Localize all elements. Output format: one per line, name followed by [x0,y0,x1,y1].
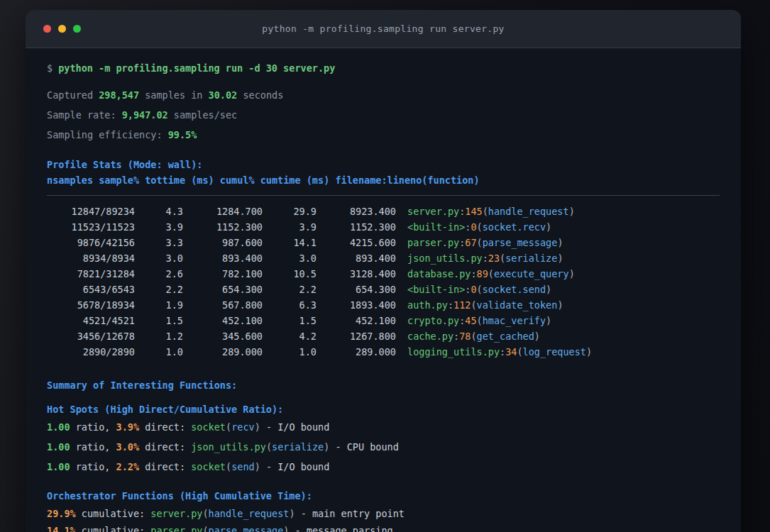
table-row: 7821/312842.6782.10010.53128.400database… [47,266,720,282]
location-cell: server.py:145(handle_request) [407,204,575,219]
maximize-button[interactable] [73,25,81,33]
location-cell: <built-in>:0(socket.recv) [407,219,551,235]
location-cell: parser.py:67(parse_message) [407,235,563,250]
cumul-pct-cell: 3.9 [263,219,317,235]
sample-pct-cell: 1.2 [135,328,183,344]
cumul-pct-cell: 4.2 [263,328,317,344]
cumul-pct-cell: 6.3 [263,297,317,313]
location-cell: logging_utils.py:34(log_request) [407,344,592,360]
table-row: 12847/892344.31284.70029.98923.400server… [47,204,720,219]
cumul-pct-cell: 1.0 [263,344,317,360]
cumtime-cell: 654.300 [317,282,396,297]
profile-table: 12847/892344.31284.70029.98923.400server… [47,204,720,360]
command-text: python -m profiling.sampling run -d 30 s… [58,62,335,74]
tottime-cell: 782.100 [183,266,263,282]
table-row: 6543/65432.2654.3002.2654.300<built-in>:… [47,282,720,297]
title-bar: python -m profiling.sampling run server.… [26,10,741,48]
tottime-cell: 893.400 [183,250,263,266]
nsamples-cell: 2890/2890 [47,344,135,360]
captured-line: Captured 298,547 samples in 30.02 second… [47,88,720,102]
cumul-pct-cell: 14.1 [263,235,317,250]
tottime-cell: 654.300 [183,282,263,297]
sample-pct-cell: 1.0 [135,344,183,360]
cumul-pct-cell: 29.9 [263,204,317,219]
nsamples-cell: 5678/18934 [47,297,135,313]
sample-rate-line: Sample rate: 9,947.02 samples/sec [47,108,720,122]
hotspot-item: 1.00 ratio, 3.9% direct: socket(recv) - … [47,420,720,434]
tottime-cell: 567.800 [183,297,263,313]
hotspots-heading: Hot Spots (High Direct/Cumulative Ratio)… [47,402,720,416]
tottime-cell: 289.000 [183,344,263,360]
tottime-cell: 987.600 [183,235,263,250]
command-line: $python -m profiling.sampling run -d 30 … [47,61,720,75]
table-columns-header: nsamples sample% tottime (ms) cumul% cum… [47,173,720,187]
sample-rate-value: 9,947.02 [122,109,168,121]
table-row: 3456/126781.2345.6004.21267.800cache.py:… [47,328,720,344]
tottime-cell: 345.600 [183,328,263,344]
nsamples-cell: 7821/31284 [47,266,135,282]
nsamples-cell: 8934/8934 [47,250,135,266]
cumul-pct-cell: 10.5 [263,266,317,282]
location-cell: cache.py:78(get_cached) [407,328,540,344]
hotspot-item: 1.00 ratio, 3.0% direct: json_utils.py(s… [47,440,720,454]
cumul-pct-cell: 2.2 [263,282,317,297]
cumul-pct-cell: 1.5 [263,313,317,328]
terminal-window: python -m profiling.sampling run server.… [26,10,741,532]
tottime-cell: 1152.300 [183,219,263,235]
cumtime-cell: 452.100 [317,313,396,328]
summary-heading: Summary of Interesting Functions: [47,378,720,392]
efficiency-value: 99.5% [168,129,197,140]
traffic-lights [43,10,81,48]
sample-pct-cell: 4.3 [135,204,183,219]
table-row: 11523/115233.91152.3003.91152.300<built-… [47,219,720,235]
nsamples-cell: 12847/89234 [47,204,135,219]
cumtime-cell: 1893.400 [317,297,396,313]
table-row: 4521/45211.5452.1001.5452.100crypto.py:4… [47,313,720,328]
sample-pct-cell: 2.2 [135,282,183,297]
efficiency-line: Sampling efficiency: 99.5% [47,128,720,142]
cumtime-cell: 289.000 [317,344,396,360]
sample-pct-cell: 3.3 [135,235,183,250]
table-row: 2890/28901.0289.0001.0289.000logging_uti… [47,344,720,360]
table-row: 5678/189341.9567.8006.31893.400auth.py:1… [47,297,720,313]
hotspot-item: 1.00 ratio, 2.2% direct: socket(send) - … [47,460,720,474]
location-cell: auth.py:112(validate_token) [407,297,563,313]
table-row: 9876/421563.3987.60014.14215.600parser.p… [47,235,720,250]
location-cell: crypto.py:45(hmac_verify) [407,313,551,328]
sample-pct-cell: 1.9 [135,297,183,313]
tottime-cell: 452.100 [183,313,263,328]
nsamples-cell: 6543/6543 [47,282,135,297]
cumul-pct-cell: 3.0 [263,250,317,266]
nsamples-cell: 3456/12678 [47,328,135,344]
samples-count: 298,547 [99,89,139,101]
orchestrators-heading: Orchestrator Functions (High Cumulative … [47,489,720,503]
cumtime-cell: 1267.800 [317,328,396,344]
cumtime-cell: 4215.600 [317,235,396,250]
cumtime-cell: 8923.400 [317,204,396,219]
cumtime-cell: 3128.400 [317,266,396,282]
duration-value: 30.02 [209,89,238,101]
nsamples-cell: 9876/42156 [47,235,135,250]
sample-pct-cell: 3.9 [135,219,183,235]
profile-stats-heading: Profile Stats (Mode: wall): [47,157,720,172]
location-cell: database.py:89(execute_query) [407,266,575,282]
table-divider [47,195,720,196]
close-button[interactable] [43,25,51,33]
location-cell: json_utils.py:23(serialize) [407,250,563,266]
cumtime-cell: 1152.300 [317,219,396,235]
cumtime-cell: 893.400 [317,250,396,266]
minimize-button[interactable] [58,25,66,33]
nsamples-cell: 4521/4521 [47,313,135,328]
table-row: 8934/89343.0893.4003.0893.400json_utils.… [47,250,720,266]
orchestrator-item: 29.9% cumulative: server.py(handle_reque… [47,506,720,521]
sample-pct-cell: 2.6 [135,266,183,282]
nsamples-cell: 11523/11523 [47,219,135,235]
window-title: python -m profiling.sampling run server.… [262,23,504,34]
location-cell: <built-in>:0(socket.send) [407,282,551,297]
terminal-content: $python -m profiling.sampling run -d 30 … [26,61,741,532]
orchestrator-item: 14.1% cumulative: parser.py(parse_messag… [47,523,720,532]
shell-prompt: $ [47,62,53,74]
sample-pct-cell: 3.0 [135,250,183,266]
tottime-cell: 1284.700 [183,204,263,219]
sample-pct-cell: 1.5 [135,313,183,328]
